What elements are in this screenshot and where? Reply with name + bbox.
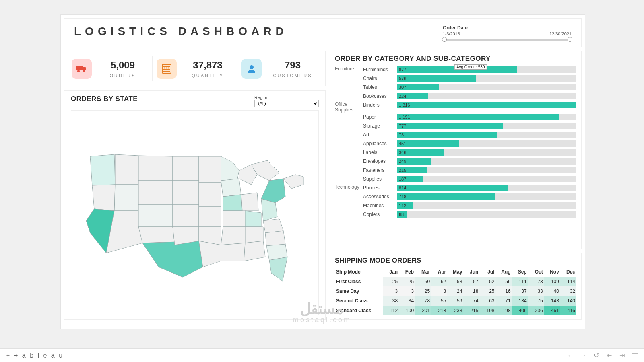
region-select[interactable]: (All) — [254, 100, 319, 107]
subcategory-label: Supplies — [363, 175, 397, 183]
shipping-row: Same Day332582418251637334032 — [335, 286, 576, 296]
ship-cell[interactable]: 59 — [447, 296, 463, 306]
ship-cell[interactable]: 78 — [415, 296, 431, 306]
category-bar[interactable]: 68 — [397, 210, 576, 219]
ship-cell[interactable]: 8 — [431, 286, 447, 296]
ship-cell[interactable]: 40 — [544, 286, 560, 296]
ship-cell[interactable]: 75 — [528, 296, 544, 306]
svg-rect-0 — [76, 66, 83, 70]
category-bar[interactable]: 718 — [397, 192, 576, 201]
order-date-label: Order Date — [443, 25, 572, 31]
category-bar[interactable]: 187 — [397, 175, 576, 183]
category-bar[interactable]: 346 — [397, 148, 576, 157]
ship-cell[interactable]: 52 — [479, 277, 495, 286]
slider-handle-end[interactable] — [568, 37, 572, 42]
kpi-customers-label: CUSTOMERS — [267, 73, 318, 78]
ship-cell[interactable]: 416 — [560, 306, 576, 315]
ship-cell[interactable]: 25 — [479, 286, 495, 296]
category-bar[interactable]: 777 — [397, 121, 576, 130]
svg-point-14 — [250, 65, 254, 69]
month-header: Oct — [528, 267, 544, 277]
ship-cell[interactable]: 461 — [544, 306, 560, 315]
month-header: Jun — [463, 267, 479, 277]
ship-cell[interactable]: 74 — [463, 296, 479, 306]
ship-cell[interactable]: 140 — [560, 296, 576, 306]
ship-cell[interactable]: 134 — [512, 296, 528, 306]
ship-cell[interactable]: 236 — [528, 306, 544, 315]
subcategory-label: Appliances — [363, 139, 397, 148]
ship-cell[interactable]: 109 — [544, 277, 560, 286]
category-bar[interactable]: 1,191 — [397, 113, 576, 121]
category-bar[interactable]: 576 — [397, 74, 576, 83]
ship-cell[interactable]: 62 — [431, 277, 447, 286]
ship-mode-header: Ship Mode — [335, 267, 383, 277]
ship-cell[interactable]: 57 — [463, 277, 479, 286]
ship-cell[interactable]: 112 — [383, 306, 399, 315]
ship-cell[interactable]: 114 — [560, 277, 576, 286]
ship-cell[interactable]: 16 — [496, 286, 512, 296]
ship-cell[interactable]: 3 — [399, 286, 415, 296]
nav-last-button[interactable]: ⇥ — [618, 352, 625, 359]
ship-cell[interactable]: 100 — [399, 306, 415, 315]
footer-nav: ← → ↺ ⇤ ⇥ — [567, 352, 638, 359]
ship-cell[interactable]: 198 — [479, 306, 495, 315]
category-bar[interactable]: 731 — [397, 130, 576, 139]
nav-fullscreen-button[interactable] — [631, 352, 638, 359]
category-bar[interactable]: 451 — [397, 139, 576, 148]
dashboard-container: LOGISTICS DASHBOARD Order Date 1/3/2018 … — [60, 14, 585, 329]
category-bar[interactable]: 249 — [397, 157, 576, 166]
ship-cell[interactable]: 406 — [512, 306, 528, 315]
ship-cell[interactable]: 33 — [528, 286, 544, 296]
order-date-end: 12/30/2021 — [549, 31, 572, 36]
ship-cell[interactable]: 25 — [399, 277, 415, 286]
nav-revert-button[interactable]: ↺ — [592, 352, 600, 359]
subcategory-label: Furnishings — [363, 65, 397, 74]
category-bar[interactable]: 814 — [397, 183, 576, 192]
tableau-glyph-icon: ✦ — [6, 352, 12, 359]
ship-cell[interactable]: 37 — [512, 286, 528, 296]
ship-cell[interactable]: 198 — [496, 306, 512, 315]
ship-cell[interactable]: 55 — [431, 296, 447, 306]
ship-cell[interactable]: 71 — [496, 296, 512, 306]
ship-cell[interactable]: 18 — [463, 286, 479, 296]
ship-cell[interactable]: 63 — [479, 296, 495, 306]
ship-cell[interactable]: 25 — [383, 277, 399, 286]
kpi-quantity: 37,873 QUANTITY — [153, 56, 237, 81]
nav-back-button[interactable]: ← — [567, 352, 574, 359]
ship-cell[interactable]: 34 — [399, 296, 415, 306]
ship-cell[interactable]: 56 — [496, 277, 512, 286]
ship-cell[interactable]: 111 — [512, 277, 528, 286]
order-date-slider[interactable] — [443, 39, 572, 41]
ship-cell[interactable]: 32 — [560, 286, 576, 296]
category-group-label — [335, 139, 363, 148]
slider-handle-start[interactable] — [442, 37, 447, 42]
ship-cell[interactable]: 143 — [544, 296, 560, 306]
nav-first-button[interactable]: ⇤ — [605, 352, 613, 359]
region-filter-label: Region — [254, 95, 319, 100]
nav-forward-button[interactable]: → — [580, 352, 587, 359]
us-map[interactable] — [71, 110, 319, 315]
ship-cell[interactable]: 215 — [463, 306, 479, 315]
ship-cell[interactable]: 233 — [447, 306, 463, 315]
ship-cell[interactable]: 25 — [415, 286, 431, 296]
svg-rect-1 — [83, 67, 86, 70]
category-bar[interactable]: 307 — [397, 83, 576, 92]
category-bar[interactable]: 1,316 — [397, 101, 576, 109]
header: LOGISTICS DASHBOARD Order Date 1/3/2018 … — [64, 18, 582, 47]
ship-cell[interactable]: 50 — [415, 277, 431, 286]
ship-cell[interactable]: 201 — [415, 306, 431, 315]
ship-cell[interactable]: 3 — [383, 286, 399, 296]
ship-cell[interactable]: 73 — [528, 277, 544, 286]
ship-cell[interactable]: 24 — [447, 286, 463, 296]
category-bar[interactable]: 215 — [397, 166, 576, 175]
ship-cell[interactable]: 218 — [431, 306, 447, 315]
shipping-panel: SHIPPING MODE ORDERS Ship ModeJanFebMarA… — [330, 253, 582, 320]
kpi-quantity-value: 37,873 — [182, 60, 233, 71]
ship-cell[interactable]: 38 — [383, 296, 399, 306]
shipping-row: Second Class383478555974637113475143140 — [335, 296, 576, 306]
category-bar[interactable]: 224 — [397, 92, 576, 101]
category-bar[interactable]: 112 — [397, 201, 576, 210]
ship-cell[interactable]: 53 — [447, 277, 463, 286]
category-bar[interactable]: 877Avg Order : 539 — [397, 65, 576, 74]
user-icon — [242, 59, 262, 79]
